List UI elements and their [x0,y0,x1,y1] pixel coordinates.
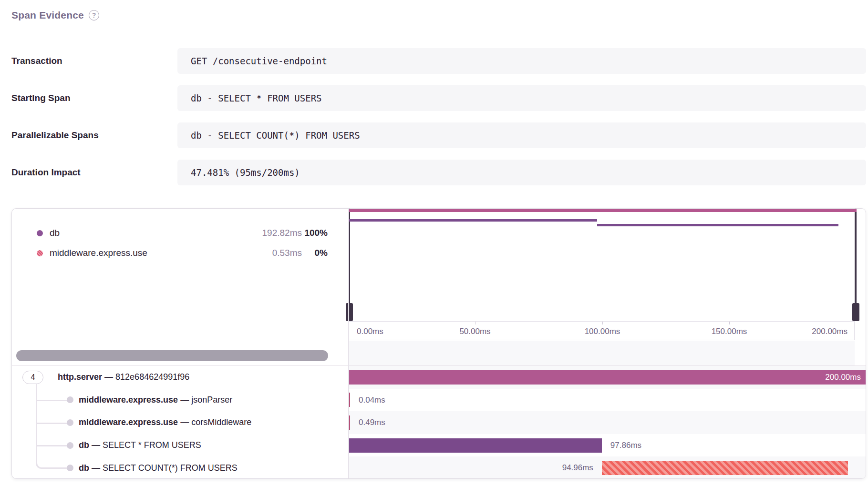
legend: db 192.82ms 100% middleware.express.use … [12,209,348,321]
scrollbar-row-chart-bg [349,341,855,365]
field-parallelizable-spans: Parallelizable Spans db - SELECT COUNT(*… [0,122,868,148]
minimap-right-handle[interactable] [852,303,859,321]
span-duration-bar [602,461,848,475]
field-starting-span: Starting Span db - SELECT * FROM USERS [0,85,868,111]
children-count-badge[interactable]: 4 [22,371,43,384]
field-value: db - SELECT COUNT(*) FROM USERS [177,122,866,148]
section-header: Span Evidence ? [11,10,99,21]
separator: — [180,417,189,427]
span-row-corsmiddleware[interactable]: middleware.express.use — corsMiddleware … [12,411,866,434]
field-label: Transaction [11,48,62,74]
minimap-span-line [597,224,838,226]
time-axis: 0.00ms 50.00ms 100.00ms 150.00ms 200.00m… [348,321,855,340]
span-bar-cell: 0.04ms [348,389,866,412]
span-duration-bar [348,438,602,453]
span-desc: SELECT COUNT(*) FROM USERS [103,463,238,473]
axis-tick: 150.00ms [712,322,747,341]
separator: — [92,463,100,473]
span-duration-label: 200.00ms [825,370,861,385]
minimap-span-line [348,219,597,222]
field-value: 47.481% (95ms/200ms) [177,160,866,185]
field-label: Duration Impact [11,160,81,185]
span-row-db-select[interactable]: db — SELECT * FROM USERS 97.86ms [12,434,866,457]
minimap-span-line [348,209,857,212]
span-desc: SELECT * FROM USERS [103,440,201,450]
horizontal-scrollbar[interactable] [16,350,328,361]
legend-middleware-dot-icon [37,250,43,256]
span-op: db [79,440,89,450]
separator: — [180,395,189,405]
span-bar-cell: 200.00ms [348,366,866,389]
span-duration-label: 94.96ms [562,456,593,479]
scrollbar-row [12,341,866,366]
legend-name: middleware.express.use [50,248,230,258]
field-duration-impact: Duration Impact 47.481% (95ms/200ms) [0,160,868,185]
span-op: http.server [58,372,102,382]
span-duration-bar [348,370,866,385]
field-value: db - SELECT * FROM USERS [177,85,866,111]
span-duration-label: 97.86ms [610,434,641,457]
legend-row-middleware[interactable]: middleware.express.use 0.53ms 0% [12,243,348,263]
legend-db-dot-icon [37,230,43,236]
span-waterfall-card: db 192.82ms 100% middleware.express.use … [11,208,866,479]
minimap-left-handle[interactable] [346,303,353,321]
span-rows: 4 http.server — 812e684624991f96 200.00m… [12,366,866,479]
legend-percent: 100% [302,228,328,238]
legend-duration: 0.53ms [230,248,302,258]
legend-duration: 192.82ms [230,228,302,238]
span-row-db-count[interactable]: db — SELECT COUNT(*) FROM USERS 94.96ms [12,456,866,479]
axis-tick: 50.00ms [459,322,490,341]
axis-tick: 200.00ms [812,322,847,341]
span-bar-cell: 94.96ms [348,456,866,479]
separator: — [104,372,113,382]
span-desc: jsonParser [191,395,232,405]
span-bar-cell: 0.49ms [348,411,866,434]
field-label: Parallelizable Spans [11,122,99,148]
panel-divider [348,209,349,478]
span-op: db [79,463,89,473]
separator: — [92,440,100,450]
axis-tick: 100.00ms [585,322,620,341]
field-value: GET /consecutive-endpoint [177,48,866,74]
legend-percent: 0% [302,248,328,258]
span-row-http-server[interactable]: 4 http.server — 812e684624991f96 200.00m… [12,366,866,389]
span-duration-label: 0.04ms [359,389,385,412]
span-row-jsonparser[interactable]: middleware.express.use — jsonParser 0.04… [12,389,866,412]
minimap[interactable] [348,209,857,321]
span-op: middleware.express.use [79,395,178,405]
axis-tick: 0.00ms [357,322,383,341]
span-op: middleware.express.use [79,417,178,427]
legend-name: db [50,228,230,238]
span-bar-cell: 97.86ms [348,434,866,457]
span-desc: corsMiddleware [191,417,251,427]
help-icon[interactable]: ? [89,10,99,20]
page-title: Span Evidence [11,10,84,21]
span-desc: 812e684624991f96 [115,372,189,382]
legend-row-db[interactable]: db 192.82ms 100% [12,223,348,243]
field-transaction: Transaction GET /consecutive-endpoint [0,48,868,74]
span-duration-label: 0.49ms [359,411,385,434]
field-label: Starting Span [11,85,71,111]
